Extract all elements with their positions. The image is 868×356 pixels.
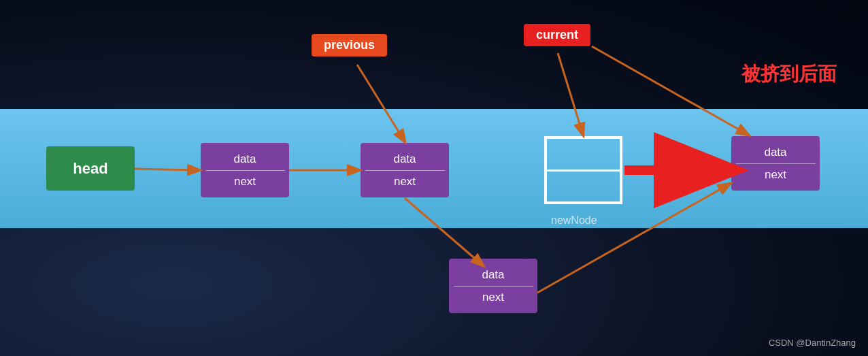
node-pushed-data: data [764, 143, 786, 161]
head-label: head [73, 160, 107, 178]
watermark: CSDN @DantinZhang [769, 338, 856, 348]
chinese-label: 被挤到后面 [741, 61, 837, 87]
box-row-top [547, 139, 620, 172]
node-pushed-next: next [765, 165, 786, 184]
node1-next: next [234, 172, 256, 191]
node-pushed: data next [731, 136, 820, 191]
newnode-label: newNode [551, 214, 597, 227]
node2-data: data [393, 150, 416, 168]
node-new-data: data [482, 265, 504, 284]
head-node: head [46, 146, 135, 191]
node-new: data next [449, 259, 537, 313]
node1-data: data [233, 150, 256, 168]
node2-divider [365, 170, 445, 171]
node2: data next [361, 143, 449, 197]
node1-divider [205, 170, 285, 171]
placeholder-box [544, 136, 622, 204]
current-label: current [524, 24, 590, 46]
node2-next: next [394, 172, 416, 191]
box-row-bottom [547, 172, 620, 202]
node-new-divider [454, 286, 533, 287]
node-pushed-divider [736, 163, 816, 164]
node-new-next: next [482, 288, 504, 306]
previous-label: previous [312, 34, 387, 56]
node1: data next [201, 143, 289, 197]
